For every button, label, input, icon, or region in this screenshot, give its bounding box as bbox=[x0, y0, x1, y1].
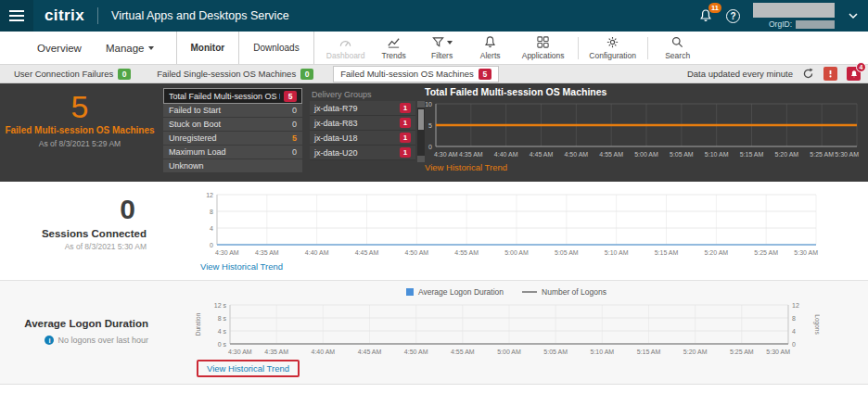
filter-failed-single-session[interactable]: Failed Single-session OS Machines 0 bbox=[150, 67, 320, 82]
filter-failed-multi-session[interactable]: Failed Multi-session OS Machines 5 bbox=[333, 66, 499, 82]
svg-text:4:30 AM: 4:30 AM bbox=[215, 249, 239, 256]
delivery-group-row[interactable]: jx-data-U18 1 bbox=[310, 131, 415, 146]
service-title: Virtual Apps and Desktops Service bbox=[111, 9, 289, 22]
help-icon[interactable]: ? bbox=[726, 9, 740, 23]
toolbar-separator bbox=[647, 37, 648, 59]
logon-summary: Average Logon Duration i No logons over … bbox=[0, 318, 156, 345]
svg-text:4:55 AM: 4:55 AM bbox=[454, 249, 479, 256]
orgid-value-redacted bbox=[796, 20, 835, 29]
logon-view-historical-trend-link[interactable]: View Historical Trend bbox=[207, 363, 289, 374]
svg-text:5:00 AM: 5:00 AM bbox=[634, 151, 658, 158]
failed-summary: 5 Failed Multi-session OS Machines As of… bbox=[0, 90, 160, 148]
svg-text:4:55 AM: 4:55 AM bbox=[599, 151, 623, 158]
count-badge: 0 bbox=[118, 69, 131, 80]
notifications-bell-icon[interactable]: 11 bbox=[698, 8, 713, 23]
tool-alerts[interactable]: Alerts bbox=[466, 33, 515, 62]
breakdown-item-stuck-on-boot[interactable]: Stuck on Boot 0 bbox=[163, 118, 302, 132]
delivery-group-row[interactable]: jx-data-R83 1 bbox=[310, 116, 415, 131]
refresh-button[interactable] bbox=[802, 68, 814, 80]
delivery-group-row[interactable]: jx-data-U20 1 bbox=[310, 146, 415, 160]
breakdown-item-maximum-load[interactable]: Maximum Load 0 bbox=[163, 146, 302, 159]
tab-group: Monitor Downloads bbox=[176, 32, 314, 64]
notification-count-badge: 11 bbox=[708, 3, 721, 13]
failed-asof: As of 8/3/2021 5:29 AM bbox=[0, 139, 160, 148]
failed-view-historical-trend-link[interactable]: View Historical Trend bbox=[425, 162, 507, 172]
svg-text:5:05 AM: 5:05 AM bbox=[555, 249, 579, 256]
filter-user-connection-failures[interactable]: User Connection Failures 0 bbox=[7, 67, 137, 82]
legend-number-of-logons: Number of Logons bbox=[522, 287, 606, 297]
svg-text:5:30 AM: 5:30 AM bbox=[835, 151, 859, 158]
alerts-summary-icon[interactable]: 4 bbox=[847, 67, 861, 81]
citrix-logo: citrix bbox=[45, 6, 84, 25]
tool-applications[interactable]: Applications bbox=[515, 33, 572, 62]
svg-text:5:00 AM: 5:00 AM bbox=[504, 249, 529, 256]
svg-text:5:20 AM: 5:20 AM bbox=[774, 151, 798, 158]
svg-text:5:25 AM: 5:25 AM bbox=[730, 349, 754, 355]
svg-text:4:35 AM: 4:35 AM bbox=[264, 349, 288, 355]
failed-machines-chart: 4:30 AM4:35 AM4:40 AM4:45 AM4:50 AM4:55 … bbox=[421, 98, 862, 159]
svg-text:4:30 AM: 4:30 AM bbox=[228, 349, 252, 355]
svg-text:5:05 AM: 5:05 AM bbox=[670, 151, 694, 158]
count-badge: 5 bbox=[479, 69, 491, 80]
svg-text:5:30 AM: 5:30 AM bbox=[794, 249, 818, 256]
svg-text:4:45 AM: 4:45 AM bbox=[355, 249, 379, 256]
svg-text:4:45 AM: 4:45 AM bbox=[530, 151, 554, 158]
legend-line-gray bbox=[522, 291, 537, 293]
svg-text:5:15 AM: 5:15 AM bbox=[637, 349, 661, 355]
sessions-view-historical-trend-link[interactable]: View Historical Trend bbox=[200, 261, 283, 272]
tab-monitor[interactable]: Monitor bbox=[177, 32, 240, 64]
svg-text:4:50 AM: 4:50 AM bbox=[404, 349, 428, 355]
svg-text:4:35 AM: 4:35 AM bbox=[255, 249, 279, 256]
count-badge: 0 bbox=[300, 69, 313, 80]
svg-text:0 s: 0 s bbox=[218, 341, 227, 348]
tool-filters[interactable]: Filters bbox=[418, 33, 466, 62]
citrix-monitor-dashboard: citrix Virtual Apps and Desktops Service… bbox=[0, 0, 868, 393]
sessions-title: Sessions Connected bbox=[0, 228, 147, 239]
svg-text:0: 0 bbox=[210, 242, 213, 248]
filters-caret-icon bbox=[447, 41, 453, 44]
tool-configuration[interactable]: Configuration bbox=[584, 33, 642, 62]
logon-title: Average Logon Duration bbox=[0, 318, 148, 329]
account-chevron-down-icon[interactable] bbox=[848, 12, 859, 19]
svg-text:4:55 AM: 4:55 AM bbox=[451, 349, 475, 355]
breakdown-item-unknown[interactable]: Unknown bbox=[163, 159, 302, 173]
count-badge: 5 bbox=[284, 91, 297, 102]
tab-downloads[interactable]: Downloads bbox=[239, 32, 313, 64]
svg-text:8 s: 8 s bbox=[218, 315, 227, 322]
data-updated-text: Data updated every minute bbox=[687, 69, 793, 79]
failed-title: Failed Multi-session OS Machines bbox=[0, 125, 160, 135]
delivery-group-row[interactable]: jx-data-R79 1 bbox=[310, 101, 415, 116]
svg-text:5:10 AM: 5:10 AM bbox=[605, 249, 629, 256]
tool-trends[interactable]: Trends bbox=[370, 33, 418, 62]
header-right-cluster: 11 ? OrgID: bbox=[698, 3, 868, 29]
svg-text:5:15 AM: 5:15 AM bbox=[655, 249, 679, 256]
svg-text:4:40 AM: 4:40 AM bbox=[494, 151, 518, 158]
svg-text:0: 0 bbox=[428, 144, 432, 150]
svg-text:Duration: Duration bbox=[195, 312, 201, 336]
tool-search[interactable]: Search bbox=[654, 33, 702, 62]
svg-text:5:25 AM: 5:25 AM bbox=[754, 249, 778, 256]
svg-text:5: 5 bbox=[428, 122, 432, 129]
trends-icon bbox=[387, 35, 401, 49]
legend-swatch-blue bbox=[406, 288, 414, 296]
breakdown-dropdown[interactable]: Total Failed Multi-session OS Ma... 5 bbox=[163, 88, 302, 104]
logon-note: i No logons over last hour bbox=[0, 336, 148, 345]
svg-text:4:35 AM: 4:35 AM bbox=[459, 151, 483, 158]
count-badge: 1 bbox=[400, 147, 411, 158]
breakdown-item-unregistered[interactable]: Unregistered 5 bbox=[163, 132, 302, 146]
svg-text:5:00 AM: 5:00 AM bbox=[497, 349, 521, 355]
tab-manage[interactable]: Manage bbox=[106, 43, 154, 54]
svg-text:12: 12 bbox=[206, 192, 213, 198]
tool-dashboard[interactable]: Dashboard bbox=[322, 33, 370, 62]
tab-overview[interactable]: Overview bbox=[37, 43, 82, 54]
svg-text:5:15 AM: 5:15 AM bbox=[740, 151, 764, 158]
svg-text:0: 0 bbox=[792, 341, 796, 348]
critical-alert-icon[interactable] bbox=[823, 67, 837, 81]
filters-icon bbox=[431, 35, 445, 49]
svg-text:4:45 AM: 4:45 AM bbox=[358, 349, 382, 355]
manage-caret-icon bbox=[148, 46, 154, 50]
breakdown-item-failed-to-start[interactable]: Failed to Start 0 bbox=[163, 104, 302, 118]
hamburger-menu-icon[interactable] bbox=[0, 0, 33, 32]
svg-text:5:30 AM: 5:30 AM bbox=[766, 349, 790, 355]
annotation-highlight-box: View Historical Trend bbox=[197, 360, 300, 377]
